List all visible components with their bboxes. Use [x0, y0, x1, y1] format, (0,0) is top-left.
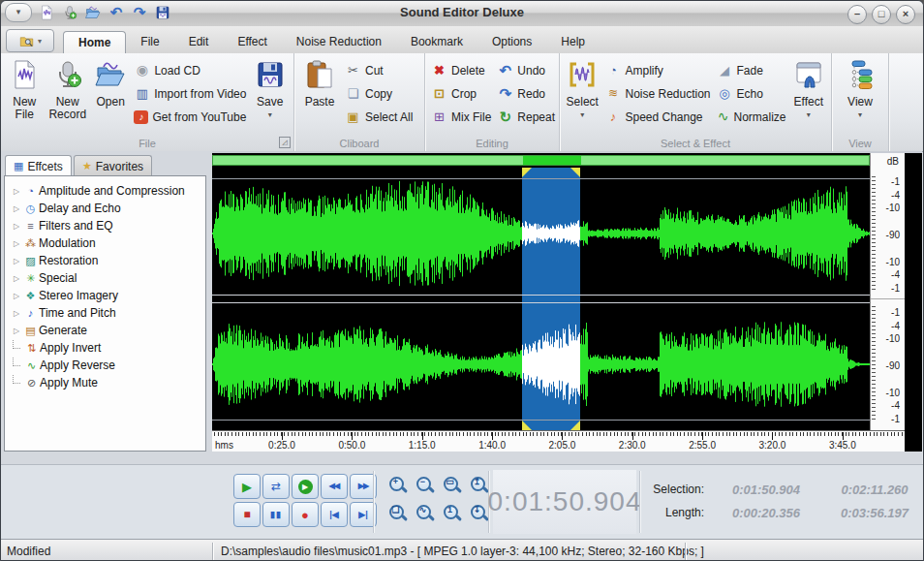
youtube-icon: ♪	[134, 110, 148, 124]
load-cd-button[interactable]: ◉ Load CD	[131, 60, 249, 80]
zoom-to-selection-icon: ▭	[444, 476, 456, 488]
noise-reduction-button[interactable]: ≋ Noise Reduction	[601, 83, 713, 104]
expand-arrow-icon[interactable]: ▷	[11, 257, 22, 265]
time-and-pitch-icon: ♪	[22, 307, 39, 319]
tree-item-label: Apply Invert	[40, 341, 101, 355]
maximize-button[interactable]: □	[872, 5, 891, 24]
time-ruler[interactable]: hms 0:25.00:50.01:15.01:40.02:05.02:30.0…	[212, 430, 905, 452]
echo-button[interactable]: ◎ Echo	[714, 83, 789, 104]
tree-item-restoration[interactable]: ▷▨Restoration	[5, 252, 205, 269]
import-from-video-button[interactable]: ▥ Import from Video	[131, 83, 249, 104]
tab-edit[interactable]: Edit	[174, 31, 224, 53]
tab-options[interactable]: Options	[477, 31, 546, 53]
mix-file-button[interactable]: ⊞ Mix File	[428, 107, 494, 127]
previous-icon: |◀	[329, 511, 338, 519]
group-label-select-effect: Select & Effect	[560, 138, 831, 149]
zoom-to-selection-button[interactable]: ▭	[441, 474, 464, 497]
tree-item-special[interactable]: ▷✳Special	[5, 269, 205, 287]
tree-item-generate[interactable]: ▷▤Generate	[5, 322, 205, 339]
delete-button[interactable]: ✖ Delete	[428, 60, 494, 80]
fade-button[interactable]: ◢ Fade	[714, 60, 789, 80]
db-unit-label: dB	[887, 156, 899, 167]
zoom-one-to-one-button[interactable]: 1	[441, 502, 464, 525]
forward-icon: ▶▶	[358, 483, 368, 490]
vertical-scroll-strip[interactable]	[905, 153, 922, 452]
filmstrip-icon: ▥	[134, 85, 150, 102]
tree-item-apply-invert[interactable]: ⇅Apply Invert	[5, 339, 205, 357]
zoom-vertical-in-icon: ↥	[471, 476, 483, 488]
minimize-button[interactable]: –	[847, 5, 867, 24]
tree-item-filters-and-eq[interactable]: ▷≡Filters and EQ	[5, 217, 205, 234]
tab-effects[interactable]: ▦ Effcets	[5, 155, 72, 176]
save-button[interactable]: Save ▾	[249, 57, 291, 119]
tree-item-amplitude-and-compression[interactable]: ▷◔Amplitude and Compression	[5, 182, 205, 200]
favorites-star-icon: ★	[82, 160, 92, 172]
paste-button[interactable]: Paste	[297, 57, 342, 109]
selection-start-value: 0:01:50.904	[712, 483, 820, 497]
tree-item-delay-and-echo[interactable]: ▷◷Delay and Echo	[5, 200, 205, 217]
waveform-display[interactable]	[212, 168, 870, 430]
tab-effect[interactable]: Effect	[223, 31, 281, 53]
overview-bar[interactable]	[212, 155, 870, 166]
expand-arrow-icon[interactable]: ▷	[11, 292, 22, 300]
tree-item-modulation[interactable]: ▷⁂Modulation	[5, 234, 205, 252]
new-record-button[interactable]: New Record	[46, 57, 90, 121]
tree-branch-line	[13, 375, 20, 384]
zoom-out-button[interactable]: −	[414, 474, 437, 497]
select-button[interactable]: Select ▾	[563, 57, 601, 119]
crop-button[interactable]: ⊡ Crop	[428, 83, 494, 104]
tab-favorites[interactable]: ★ Favorites	[74, 155, 152, 176]
tree-item-time-and-pitch[interactable]: ▷♪Time and Pitch	[5, 304, 205, 322]
effect-button[interactable]: Effect ▾	[789, 57, 828, 119]
view-button[interactable]: View ▾	[838, 57, 882, 119]
expand-arrow-icon[interactable]: ▷	[11, 204, 22, 213]
pause-button[interactable]: ▮▮	[262, 502, 290, 527]
copy-button[interactable]: ❏ Copy	[342, 83, 416, 104]
get-from-youtube-button[interactable]: ♪ Get from YouTube	[131, 107, 249, 127]
expand-arrow-icon[interactable]: ▷	[11, 239, 22, 248]
undo-button[interactable]: ↶ Undo	[494, 60, 558, 80]
new-file-button[interactable]: New File	[4, 57, 46, 121]
record-button[interactable]: ●	[292, 502, 319, 527]
zoom-audition-button[interactable]: ∿	[414, 502, 437, 525]
tree-item-stereo-imagery[interactable]: ▷❖Stereo Imagery	[5, 287, 205, 304]
expand-arrow-icon[interactable]: ▷	[11, 222, 22, 231]
loop-button[interactable]: ⇄	[262, 474, 290, 499]
ruler-major-tick	[492, 432, 493, 440]
tab-help[interactable]: Help	[546, 31, 600, 53]
stop-button[interactable]: ■	[233, 502, 261, 527]
file-dialog-launcher[interactable]: ◿	[279, 137, 291, 148]
app-menu-button[interactable]: ▾	[6, 29, 54, 52]
play-all-button[interactable]: ▶	[292, 474, 319, 499]
speed-change-button[interactable]: ♪ Speed Change	[601, 107, 713, 127]
amplify-button[interactable]: ◔ Amplify	[601, 60, 713, 80]
expand-arrow-icon[interactable]: ▷	[11, 309, 22, 318]
generate-icon: ▤	[22, 325, 39, 337]
zoom-in-button[interactable]: +	[386, 474, 410, 497]
select-all-button[interactable]: ▣ Select All	[342, 107, 416, 127]
tree-item-apply-reverse[interactable]: ∿Apply Reverse	[5, 357, 205, 374]
previous-button[interactable]: |◀	[321, 502, 348, 527]
db-scale-label: -10	[886, 257, 900, 267]
repeat-button[interactable]: ↻ Repeat	[494, 107, 558, 127]
tab-noise-reduction[interactable]: Noise Reduction	[282, 31, 396, 53]
expand-arrow-icon[interactable]: ▷	[11, 274, 22, 283]
redo-button[interactable]: ↷ Redo	[494, 83, 558, 104]
apply-invert-icon: ⇅	[23, 342, 40, 355]
normalize-button[interactable]: ∿ Normalize	[714, 107, 789, 127]
tab-home[interactable]: Home	[63, 31, 126, 53]
tab-file[interactable]: File	[126, 31, 173, 53]
play-button[interactable]: ▶	[233, 474, 261, 499]
db-scale-label: -90	[886, 360, 900, 371]
open-button[interactable]: Open	[90, 57, 132, 109]
rewind-button[interactable]: ◀◀	[321, 474, 348, 499]
expand-arrow-icon[interactable]: ▷	[11, 187, 22, 196]
expand-arrow-icon[interactable]: ▷	[11, 327, 22, 335]
cut-button[interactable]: ✂ Cut	[342, 60, 416, 80]
close-button[interactable]: ×	[896, 5, 915, 24]
ribbon-group-view: View ▾ View	[832, 53, 889, 151]
zoom-full-button[interactable]: ❏	[386, 502, 410, 525]
db-scale-label: -10	[886, 203, 900, 213]
tree-item-apply-mute[interactable]: ⊘Apply Mute	[5, 374, 205, 391]
tab-bookmark[interactable]: Bookmark	[396, 31, 477, 53]
